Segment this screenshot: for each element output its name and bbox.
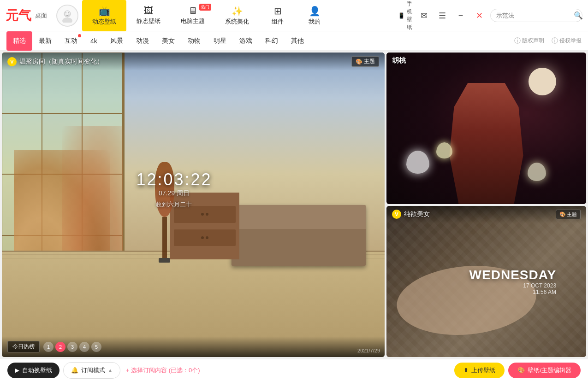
play-icon: ▶ (15, 367, 19, 374)
page-2[interactable]: 2 (55, 342, 65, 352)
tab-mine[interactable]: 👤 我的 (296, 0, 333, 31)
svg-point-3 (65, 12, 66, 13)
upload-icon: ⬆ (463, 367, 469, 374)
featured-card[interactable]: 12:03:22 07.29 周日 收到六月二十 V 温馨房间（随真实时间变化）… (2, 53, 385, 357)
phone-icon: 📱 (398, 12, 405, 19)
svg-point-2 (65, 11, 70, 16)
svg-point-4 (68, 12, 69, 13)
edit-icon: 🎨 (517, 367, 525, 374)
svg-point-1 (62, 18, 72, 23)
interactive-dot (78, 34, 81, 37)
beauty-icon: ✨ (232, 6, 243, 17)
cat-star[interactable]: 明星 (207, 31, 233, 51)
page-1[interactable]: 1 (43, 342, 53, 352)
cat-featured[interactable]: 精选 (6, 31, 32, 51)
cat-latest[interactable]: 最新 (32, 31, 58, 51)
bottom-toolbar: ▶ 自动换壁纸 🔔 订阅模式 ▲ + 选择订阅内容 (已选：0个) ⬆ 上传壁纸… (0, 359, 588, 381)
dynamic-icon: 📺 (99, 6, 110, 17)
sub-mode-button[interactable]: 🔔 订阅模式 ▲ (63, 362, 120, 379)
right-cards: 胡桃 WEDNESDAY 17 OCT 2023 11:56 AM (386, 53, 586, 357)
hutao-card[interactable]: 胡桃 (386, 53, 586, 204)
toolbar-right: ⬆ 上传壁纸 🎨 壁纸/主题编辑器 (454, 363, 581, 378)
minimize-button[interactable]: − (453, 8, 468, 23)
menu-icon[interactable]: ☰ (435, 8, 450, 23)
hot-today-bar: 今日热榜 1 2 3 4 5 2021/7/29 (2, 336, 385, 357)
wednesday-overlay: WEDNESDAY 17 OCT 2023 11:56 AM (469, 268, 556, 295)
cat-beauty[interactable]: 美女 (155, 31, 181, 51)
search-input[interactable] (496, 12, 574, 19)
tab-dynamic[interactable]: 📺 动态壁纸 (82, 0, 126, 31)
editor-button[interactable]: 🎨 壁纸/主题编辑器 (508, 363, 581, 378)
hot-badge: 热门 (199, 4, 211, 11)
auto-switch-button[interactable]: ▶ 自动换壁纸 (7, 363, 59, 378)
upload-button[interactable]: ⬆ 上传壁纸 (454, 363, 505, 378)
tab-static[interactable]: 🖼 静态壁纸 (126, 0, 171, 31)
theme-badge: 🎨 主题 (351, 56, 379, 67)
tab-beauty[interactable]: ✨ 系统美化 (215, 0, 259, 31)
cat-game[interactable]: 游戏 (233, 31, 259, 51)
featured-title-bar: V 温馨房间（随真实时间变化） 🎨 主题 (2, 53, 385, 70)
v-badge: V (7, 57, 17, 66)
theme-icon: 🖥 (188, 6, 197, 16)
logo: 元气 ! 桌面 (6, 7, 56, 24)
sub-icon: 🔔 (71, 367, 78, 374)
page-3[interactable]: 3 (67, 342, 77, 352)
hot-today-label: 今日热榜 (7, 341, 40, 352)
main-content: 12:03:22 07.29 周日 收到六月二十 V 温馨房间（随真实时间变化）… (0, 51, 588, 359)
cat-anime[interactable]: 动漫 (130, 31, 155, 51)
beauty-card[interactable]: WEDNESDAY 17 OCT 2023 11:56 AM V 纯欲美女 🎨主… (386, 206, 586, 358)
avatar-button[interactable] (56, 5, 78, 27)
select-info[interactable]: + 选择订阅内容 (已选：0个) (126, 366, 200, 375)
category-bar: 精选 最新 互动 4k 风景 动漫 美女 动物 明星 游戏 科幻 其他 ⓘ 版权… (0, 31, 588, 51)
top-right-controls: 📱 手机壁纸 ✉ ☰ − ✕ 🔍 (398, 8, 582, 23)
cat-scenery[interactable]: 风景 (104, 31, 130, 51)
cat-scifi[interactable]: 科幻 (259, 31, 285, 51)
search-icon[interactable]: 🔍 (574, 11, 583, 20)
date-watermark: 2021/7/29 (357, 348, 380, 353)
page-dots: 1 2 3 4 5 (43, 342, 101, 352)
sub-arrow-icon: ▲ (108, 368, 113, 373)
top-bar: 元气 ! 桌面 📺 动态壁纸 🖼 静态壁纸 🖥 电脑主题 热门 ✨ (0, 0, 588, 31)
featured-clock: 12:03:22 07.29 周日 收到六月二十 (136, 170, 212, 209)
cat-other[interactable]: 其他 (285, 31, 310, 51)
tab-theme[interactable]: 🖥 电脑主题 热门 (171, 0, 215, 31)
tab-widget[interactable]: ⊞ 组件 (259, 0, 296, 31)
nav-tabs: 📺 动态壁纸 🖼 静态壁纸 🖥 电脑主题 热门 ✨ 系统美化 ⊞ 组件 👤 我的 (82, 0, 394, 31)
cat-interactive[interactable]: 互动 (58, 31, 84, 51)
widget-icon: ⊞ (274, 6, 282, 17)
close-button[interactable]: ✕ (472, 8, 487, 23)
page-4[interactable]: 4 (79, 342, 89, 352)
mine-icon: 👤 (309, 6, 321, 17)
static-icon: 🖼 (144, 6, 153, 16)
page-5[interactable]: 5 (91, 342, 101, 352)
cat-right-actions: ⓘ 版权声明 ⓘ 侵权举报 (514, 37, 582, 45)
beauty-v-badge: V (392, 210, 401, 219)
search-box: 🔍 (490, 9, 582, 22)
copyright-link[interactable]: ⓘ 版权声明 (514, 37, 544, 45)
cat-animal[interactable]: 动物 (181, 31, 207, 51)
mail-icon[interactable]: ✉ (416, 8, 431, 23)
cat-4k[interactable]: 4k (84, 31, 104, 51)
phone-wallpaper-button[interactable]: 📱 手机壁纸 (398, 8, 413, 23)
report-link[interactable]: ⓘ 侵权举报 (552, 37, 582, 45)
